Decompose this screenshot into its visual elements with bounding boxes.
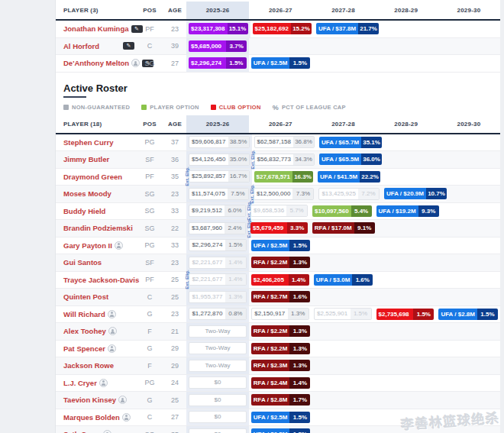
player-link[interactable]: Moses Moody <box>63 189 111 198</box>
salary-pill: UFA / $20.9M10.7% <box>384 188 447 199</box>
player-age: 25 <box>163 396 186 404</box>
player-age: 29 <box>163 362 186 370</box>
expiring-table-body: Jonathan Kuminga✎PF23$23,317,30815.1%$25… <box>56 21 500 73</box>
player-position: PG <box>136 379 163 386</box>
season-column-header[interactable]: 2026-27 <box>249 2 312 19</box>
salary-cell: RFA / $2.2M1.3% <box>249 341 313 357</box>
player-link[interactable]: L.J. Cryer <box>63 379 97 387</box>
pos-column-header[interactable]: POS <box>136 121 163 128</box>
salary-cell: UFA / $2.8M1.5% <box>436 306 500 323</box>
cap-pct-value: 1.6% <box>289 291 310 302</box>
season-column-header[interactable]: 2027-28 <box>312 115 374 133</box>
salary-value: $2,150,917 <box>252 309 288 319</box>
salary-value: RFA / $2.7M <box>251 291 290 302</box>
cap-pct-value: 1.4% <box>289 377 310 389</box>
player-age: 27 <box>163 413 186 421</box>
salary-cell: $27,678,57116.3% <box>252 169 316 186</box>
season-column-header[interactable]: 2027-28 <box>312 2 374 19</box>
salary-cell: $5,685,0003.7% <box>186 38 249 55</box>
player-link[interactable]: Marques Bolden <box>63 413 120 422</box>
player-link[interactable]: Jimmy Butler <box>63 155 109 163</box>
table-row: Draymond GreenPF35Ext. Elig.$25,892,8571… <box>56 169 500 186</box>
salary-cell: $54,126,45035.0% <box>186 151 252 168</box>
table-row: Alex TooheyF21Two-WayRFA / $2.2M1.3% <box>56 323 500 341</box>
salary-cell: UFA / $3.0M1.6% <box>312 272 376 289</box>
player-link[interactable]: Draymond Green <box>63 173 122 181</box>
pos-column-header[interactable]: POS <box>136 7 163 14</box>
salary-cell: Two-Way <box>186 357 249 374</box>
player-age: 22 <box>163 225 186 232</box>
player-link[interactable]: Gui Santos <box>63 258 102 267</box>
salary-pill: $56,832,77334.3% <box>254 153 315 166</box>
player-position: C <box>136 413 163 421</box>
cap-pct-value: 15.2% <box>291 23 312 34</box>
player-link[interactable]: Pat Spencer <box>63 344 105 353</box>
cap-pct-value: 22.2% <box>360 171 380 183</box>
player-age: 24 <box>163 379 186 386</box>
table-row: Taevion KinseyG25$0RFA / $2.8M1.7% <box>56 392 500 409</box>
salary-cell: $1,272,8700.8% <box>186 306 249 323</box>
player-age: 25 <box>163 276 186 283</box>
table-row: Pat SpencerG29Two-WayRFA / $2.2M1.3% <box>56 341 500 358</box>
player-link[interactable]: Buddy Hield <box>63 207 105 215</box>
salary-pill: $23,317,30815.1% <box>189 23 248 34</box>
player-column-header[interactable]: PLAYER (18) <box>56 121 136 128</box>
salary-value: UFA / $2.8M <box>438 309 477 320</box>
salary-cell: UFA / $2.5M1.5% <box>249 238 313 254</box>
salary-cell <box>438 392 500 409</box>
salary-value: $25,182,692 <box>253 23 292 34</box>
player-position: PF <box>136 25 163 33</box>
salary-pill: $2,221,6771.4% <box>189 273 247 286</box>
salary-cell <box>375 392 438 409</box>
player-position: G <box>136 310 163 318</box>
table-row: Moses MoodySG23$11,574,0757.5%Ext. Elig.… <box>56 186 500 203</box>
player-age: 33 <box>163 207 186 215</box>
player-link[interactable]: Jackson Rowe <box>63 361 114 370</box>
player-column-header[interactable]: PLAYER (3) <box>56 7 136 14</box>
zero-salary-cell: $0 <box>189 428 247 433</box>
cap-pct-value: 1.5% <box>351 309 371 319</box>
player-link[interactable]: Gary Payton II <box>63 241 112 250</box>
player-link[interactable]: Al Horford <box>63 42 99 50</box>
salary-cell <box>377 220 439 237</box>
expiring-table-header: PLAYER (3)POSAGE2025-262026-272027-28202… <box>56 2 500 21</box>
salary-value: $56,832,773 <box>255 154 294 165</box>
age-column-header[interactable]: AGE <box>163 7 186 14</box>
player-link[interactable]: Brandin Podziemski <box>63 224 133 232</box>
salary-cell: Ext. Elig.$9,658,5365.7% <box>248 203 310 220</box>
season-column-header[interactable]: 2028-29 <box>375 115 438 133</box>
player-link[interactable]: Alex Toohey <box>63 327 106 335</box>
age-column-header[interactable]: AGE <box>163 121 186 128</box>
cap-pct-value: 1.5% <box>289 240 310 251</box>
season-column-header[interactable]: 2026-27 <box>249 115 312 133</box>
salary-pill: $9,658,5365.7% <box>250 205 308 217</box>
salary-cell <box>441 169 500 186</box>
salary-cell: RFA / $2.2M1.3% <box>249 323 313 340</box>
cap-pct-value: 34.3% <box>293 154 314 165</box>
season-column-header[interactable]: 2025-26 <box>186 2 249 19</box>
salary-cell: $2,296,2741.5% <box>186 238 249 254</box>
salary-cell <box>312 392 375 409</box>
player-status-icon <box>108 310 116 318</box>
player-link[interactable]: Will Richard <box>63 310 105 318</box>
table-row: Brandin PodziemskiSG22$3,687,9602.4%Ext.… <box>56 220 500 238</box>
salary-pill: UFA / $37.8M21.7% <box>316 23 379 34</box>
season-column-header[interactable]: 2029-30 <box>438 115 500 133</box>
salary-cell: Ext. Elig.$5,679,4593.3% <box>248 220 310 237</box>
season-column-header[interactable]: 2028-29 <box>375 2 438 19</box>
salary-cell: $13,425,9257.2% <box>316 186 382 202</box>
player-link[interactable]: Quinten Post <box>63 292 108 301</box>
player-link[interactable]: Jonathan Kuminga <box>63 24 129 33</box>
player-link[interactable]: De'Anthony Melton <box>63 59 129 67</box>
cap-pct-value: 16.7% <box>228 171 249 182</box>
cap-pct-value: 6.0% <box>225 205 245 216</box>
player-link[interactable]: Taevion Kinsey <box>63 396 116 404</box>
player-age: 27 <box>163 60 186 67</box>
player-position: G <box>136 396 163 404</box>
season-column-header[interactable]: 2029-30 <box>438 2 500 19</box>
player-link[interactable]: Seth Curry <box>63 430 101 433</box>
salary-cell: $2,735,6981.5% <box>374 306 437 323</box>
season-column-header[interactable]: 2025-26 <box>186 115 249 133</box>
player-link[interactable]: Stephen Curry <box>63 138 113 147</box>
player-link[interactable]: Trayce Jackson-Davis <box>63 276 139 284</box>
